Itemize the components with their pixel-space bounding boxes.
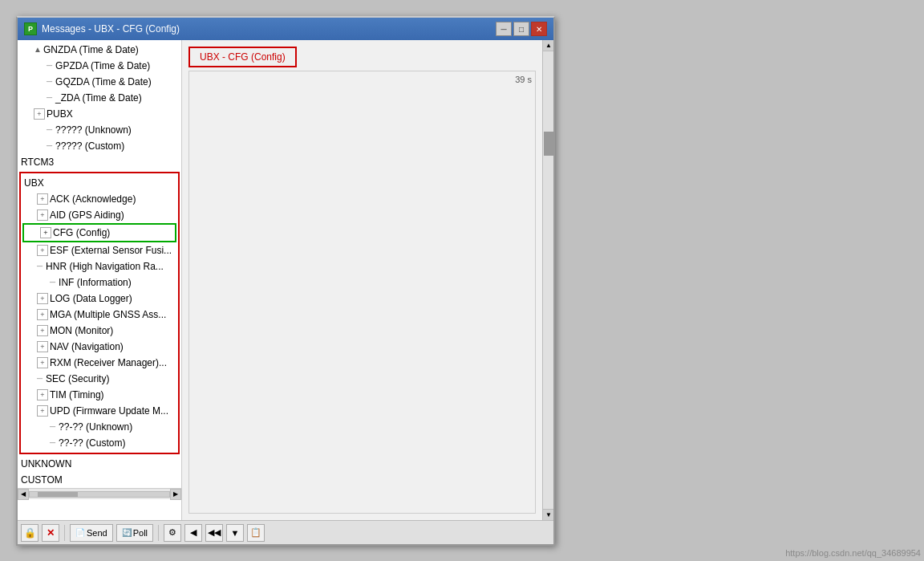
expand-icon-upd[interactable]: + [37, 405, 48, 417]
expand-icon-pubx[interactable]: + [34, 108, 45, 120]
tree-label-aid: AID (GPS Aiding) [50, 208, 124, 222]
title-bar-left: P Messages - UBX - CFG (Config) [24, 22, 180, 35]
tree-label-hnr: HNR (High Navigation Ra... [46, 259, 164, 274]
action-icon-2: ◀ [190, 527, 197, 538]
tree-label-rxm: RXM (Receiver Manager)... [50, 356, 167, 370]
expand-icon-cfg[interactable]: + [40, 227, 51, 238]
scroll-thumb-h[interactable] [38, 492, 78, 497]
action-btn-5[interactable]: 📋 [247, 524, 265, 542]
tree-item-mga[interactable]: + MGA (Multiple GNSS Ass... [21, 307, 178, 323]
lock-button[interactable]: 🔒 [21, 524, 38, 542]
scroll-right-arrow[interactable]: ▶ [170, 489, 181, 500]
tree-item-ack[interactable]: + ACK (Acknowledge) [21, 191, 178, 207]
scroll-up-arrow[interactable]: ▲ [543, 40, 553, 51]
tree-item-cfg[interactable]: + CFG (Config) [24, 225, 175, 241]
expand-icon-esf[interactable]: + [37, 245, 48, 256]
action-icon-5: 📋 [250, 527, 261, 538]
scroll-track-v [543, 51, 553, 509]
send-icon: 📄 [75, 528, 85, 537]
tree-label-zda: _ZDA (Time & Date) [55, 91, 142, 105]
right-panel: UBX - CFG (Config) 39 s [182, 40, 542, 520]
tree-label-gpzda: GPZDA (Time & Date) [55, 59, 150, 73]
close-button[interactable]: ✕ [531, 22, 547, 36]
action-icon-3: ◀◀ [208, 527, 221, 538]
divider-2 [158, 525, 159, 541]
title-controls: ─ □ ✕ [496, 22, 547, 36]
expand-icon-tim[interactable]: + [37, 389, 48, 400]
poll-icon: 🔄 [122, 528, 132, 537]
poll-button[interactable]: 🔄 Poll [116, 524, 153, 542]
tab-bar: UBX - CFG (Config) [188, 47, 536, 67]
tree-item-gnzda[interactable]: ▲ GNZDA (Time & Date) [18, 42, 181, 58]
tree-item-pubx[interactable]: + PUBX [18, 106, 181, 122]
tree-label-sec: SEC (Security) [46, 372, 109, 386]
action-icon-1: ⚙ [168, 527, 176, 538]
tree-item-log[interactable]: + LOG (Data Logger) [21, 291, 178, 307]
app-icon: P [24, 22, 37, 35]
tree-item-tim[interactable]: + TIM (Timing) [21, 387, 178, 403]
tree-item-nav[interactable]: + NAV (Navigation) [21, 339, 178, 355]
tree-item-mon[interactable]: + MON (Monitor) [21, 323, 178, 339]
tree-item-ubx-unknown[interactable]: ─ ??-?? (Unknown) [21, 419, 178, 435]
tree-item-zda[interactable]: ─ _ZDA (Time & Date) [18, 90, 181, 106]
tree-label-mon: MON (Monitor) [50, 323, 113, 338]
expand-icon-ack[interactable]: + [37, 193, 48, 205]
action-btn-1[interactable]: ⚙ [164, 524, 181, 542]
tree-label-pubx-unknown: ????? (Unknown) [55, 123, 132, 137]
tree-item-ubx-custom[interactable]: ─ ??-?? (Custom) [21, 435, 178, 451]
tree-item-sec[interactable]: ─ SEC (Security) [21, 371, 178, 387]
watermark: https://blog.csdn.net/qq_34689954 [785, 548, 921, 558]
content-box: 39 s [188, 71, 536, 514]
expand-icon-log[interactable]: + [37, 293, 48, 304]
scroll-down-arrow[interactable]: ▼ [543, 509, 553, 520]
tree-item-rxm[interactable]: + RXM (Receiver Manager)... [21, 355, 178, 371]
send-label: Send [87, 528, 107, 538]
section-ubx: UBX [21, 175, 178, 191]
action-btn-4[interactable]: ▼ [226, 524, 244, 542]
expand-icon-mga[interactable]: + [37, 309, 48, 320]
tree-item-inf[interactable]: ─ INF (Information) [21, 274, 178, 291]
content-area: ▲ GNZDA (Time & Date) ─ GPZDA (Time & Da… [18, 40, 553, 520]
restore-button[interactable]: □ [513, 22, 529, 36]
tree-label-gqzda: GQZDA (Time & Date) [55, 75, 152, 89]
tree-label-log: LOG (Data Logger) [50, 291, 132, 306]
bottom-bar: 🔒 ✕ 📄 Send 🔄 Poll ⚙ ◀ ◀◀ ▼ 📋 [18, 520, 553, 544]
tree-label-upd: UPD (Firmware Update M... [50, 404, 168, 418]
window-title: Messages - UBX - CFG (Config) [42, 23, 180, 35]
scroll-thumb-v[interactable] [544, 132, 553, 156]
tree-label-gnzda: GNZDA (Time & Date) [43, 43, 139, 57]
timer-badge: 39 s [515, 75, 532, 84]
poll-label: Poll [133, 528, 148, 538]
tree-label-pubx: PUBX [47, 107, 73, 121]
delete-button[interactable]: ✕ [42, 524, 59, 542]
tree-item-gpzda[interactable]: ─ GPZDA (Time & Date) [18, 58, 181, 74]
tree-item-aid[interactable]: + AID (GPS Aiding) [21, 207, 178, 223]
tree-label-tim: TIM (Timing) [50, 388, 104, 402]
section-custom: CUSTOM [18, 472, 181, 488]
expand-icon-mon[interactable]: + [37, 325, 48, 336]
tree-item-esf[interactable]: + ESF (External Sensor Fusi... [21, 242, 178, 258]
tree-item-hnr[interactable]: ─ HNR (High Navigation Ra... [21, 258, 178, 274]
action-btn-2[interactable]: ◀ [184, 524, 202, 542]
cfg-box: + CFG (Config) [22, 223, 176, 242]
tab-cfg-config[interactable]: UBX - CFG (Config) [188, 47, 297, 67]
action-btn-3[interactable]: ◀◀ [205, 524, 223, 542]
send-button[interactable]: 📄 Send [70, 524, 113, 542]
tree-item-gqzda[interactable]: ─ GQZDA (Time & Date) [18, 74, 181, 90]
tree-label-nav: NAV (Navigation) [50, 339, 124, 354]
divider-1 [64, 525, 65, 541]
tree-label-cfg: CFG (Config) [53, 226, 110, 240]
tree-label-mga: MGA (Multiple GNSS Ass... [50, 307, 166, 322]
expand-icon-aid[interactable]: + [37, 209, 48, 221]
minimize-button[interactable]: ─ [496, 22, 512, 36]
expand-icon-nav[interactable]: + [37, 341, 48, 352]
expand-icon-rxm[interactable]: + [37, 357, 48, 368]
left-panel-tree: ▲ GNZDA (Time & Date) ─ GPZDA (Time & Da… [18, 40, 182, 520]
tree-item-pubx-custom[interactable]: ─ ????? (Custom) [18, 138, 181, 154]
tree-label-ubx-unknown: ??-?? (Unknown) [59, 420, 132, 434]
tree-label-ubx-custom: ??-?? (Custom) [59, 436, 125, 450]
tree-item-pubx-unknown[interactable]: ─ ????? (Unknown) [18, 122, 181, 138]
tree-item-upd[interactable]: + UPD (Firmware Update M... [21, 403, 178, 419]
scroll-left-arrow[interactable]: ◀ [18, 489, 29, 500]
ubx-box: UBX + ACK (Acknowledge) + AID (GPS Aidin… [19, 172, 180, 454]
